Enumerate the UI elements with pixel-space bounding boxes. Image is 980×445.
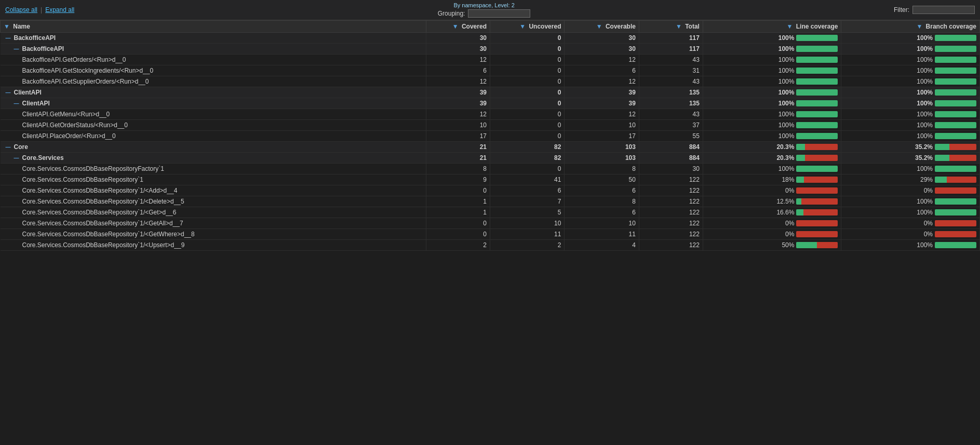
name-cell: Core.Services.CosmosDbBaseRepository`1/<… — [1, 185, 426, 196]
covered-cell: 12 — [426, 55, 490, 65]
col-header-covered[interactable]: ▼ Covered — [426, 21, 490, 33]
total-cell: 122 — [639, 196, 703, 207]
collapse-icon[interactable]: — — [6, 90, 12, 96]
coverable-cell: 30 — [565, 44, 639, 55]
coverage-cell: 0% — [706, 220, 838, 227]
grouping-row: Grouping: — [438, 9, 531, 18]
table-row[interactable]: —BackofficeAPI30030117100%100% — [1, 33, 980, 44]
covered-cell: 39 — [426, 98, 490, 109]
coverable-cell: 12 — [565, 109, 639, 120]
uncovered-cell: 41 — [490, 174, 564, 185]
coverable-cell: 10 — [565, 218, 639, 229]
uncovered-cell: 0 — [490, 120, 564, 131]
coverage-cell: 100% — [844, 45, 976, 52]
table-row[interactable]: ClientAPI.GetOrderStatus/<Run>d__0100103… — [1, 120, 980, 131]
name-cell: BackofficeAPI.GetStockIngredients/<Run>d… — [1, 65, 426, 76]
coverage-bar — [935, 122, 976, 128]
coverable-cell: 17 — [565, 131, 639, 142]
table-row[interactable]: BackofficeAPI.GetOrders/<Run>d__01201243… — [1, 55, 980, 65]
coverable-cell: 50 — [565, 174, 639, 185]
col-header-uncovered[interactable]: ▼ Uncovered — [490, 21, 564, 33]
coverage-bar — [935, 144, 976, 150]
name-cell: Core.Services.CosmosDbBaseRepository`1/<… — [1, 240, 426, 251]
collapse-icon[interactable]: — — [14, 101, 20, 106]
collapse-icon[interactable]: — — [6, 35, 12, 41]
table-row[interactable]: Core.Services.CosmosDbBaseRepository`1/<… — [1, 240, 980, 251]
coverable-cell: 12 — [565, 55, 639, 65]
collapse-all-button[interactable]: Collapse all — [5, 6, 37, 14]
name-cell: —BackofficeAPI — [1, 44, 426, 55]
coverage-bar — [935, 100, 976, 106]
covered-cell: 30 — [426, 33, 490, 44]
col-header-branch-coverage[interactable]: ▼ Branch coverage — [841, 21, 980, 33]
table-row[interactable]: Core.Services.CosmosDbBaseRepository`1/<… — [1, 196, 980, 207]
table-row[interactable]: BackofficeAPI.GetSupplierOrders/<Run>d__… — [1, 76, 980, 87]
coverage-cell: 20.3% — [706, 143, 838, 151]
total-cell: 135 — [639, 87, 703, 98]
coverage-bar — [796, 133, 838, 139]
coverage-cell: 100% — [706, 111, 838, 118]
coverage-cell: 100% — [706, 34, 838, 42]
table-row[interactable]: Core.Services.CosmosDbBaseRepositoryFact… — [1, 164, 980, 174]
coverable-cell: 39 — [565, 87, 639, 98]
col-header-line-coverage[interactable]: ▼ Line coverage — [703, 21, 841, 33]
filter-control: Filter: — [894, 6, 975, 14]
coverable-cell: 39 — [565, 98, 639, 109]
coverable-cell: 6 — [565, 65, 639, 76]
table-row[interactable]: Core.Services.CosmosDbBaseRepository`1/<… — [1, 185, 980, 196]
table-row[interactable]: —Core218210388420.3%35.2% — [1, 142, 980, 153]
table-row[interactable]: Core.Services.CosmosDbBaseRepository`1/<… — [1, 218, 980, 229]
name-cell: —ClientAPI — [1, 87, 426, 98]
coverage-cell: 100% — [706, 67, 838, 74]
sort-arrow-line: ▼ — [786, 23, 793, 30]
col-header-coverable[interactable]: ▼ Coverable — [565, 21, 639, 33]
collapse-icon[interactable]: — — [6, 144, 12, 150]
collapse-icon[interactable]: — — [14, 46, 20, 52]
separator: | — [41, 6, 42, 14]
total-cell: 884 — [639, 142, 703, 153]
toolbar: Collapse all | Expand all By namespace, … — [0, 0, 980, 20]
table-row[interactable]: ClientAPI.PlaceOrder/<Run>d__01701755100… — [1, 131, 980, 142]
coverage-cell: 100% — [844, 122, 976, 129]
name-cell: Core.Services.CosmosDbBaseRepositoryFact… — [1, 164, 426, 174]
coverable-cell: 11 — [565, 229, 639, 240]
coverage-bar — [796, 155, 838, 161]
covered-cell: 21 — [426, 153, 490, 164]
coverage-cell: 35.2% — [844, 154, 976, 161]
uncovered-cell: 0 — [490, 55, 564, 65]
coverable-cell: 30 — [565, 33, 639, 44]
table-row[interactable]: Core.Services.CosmosDbBaseRepository`1/<… — [1, 229, 980, 240]
expand-all-button[interactable]: Expand all — [45, 6, 74, 14]
collapse-icon[interactable]: — — [14, 155, 20, 161]
table-row[interactable]: Core.Services.CosmosDbBaseRepository`1/<… — [1, 207, 980, 218]
coverage-bar — [796, 166, 838, 172]
col-header-name[interactable]: ▼ Name — [1, 21, 426, 33]
coverage-cell: 100% — [844, 89, 976, 96]
sort-arrow-covered: ▼ — [452, 23, 459, 30]
grouping-input[interactable] — [468, 9, 530, 18]
filter-input[interactable] — [912, 6, 975, 14]
coverage-cell: 100% — [706, 89, 838, 96]
filter-label: Filter: — [894, 6, 909, 14]
uncovered-cell: 0 — [490, 44, 564, 55]
coverage-cell: 100% — [844, 56, 976, 63]
coverage-cell: 0% — [844, 187, 976, 194]
table-row[interactable]: —BackofficeAPI30030117100%100% — [1, 44, 980, 55]
coverage-cell: 20.3% — [706, 154, 838, 161]
uncovered-cell: 0 — [490, 109, 564, 120]
coverage-bar — [796, 242, 838, 248]
coverage-cell: 100% — [706, 165, 838, 172]
table-row[interactable]: Core.Services.CosmosDbBaseRepository`194… — [1, 174, 980, 185]
table-row[interactable]: —ClientAPI39039135100%100% — [1, 87, 980, 98]
table-row[interactable]: —ClientAPI39039135100%100% — [1, 98, 980, 109]
total-cell: 30 — [639, 164, 703, 174]
col-header-total[interactable]: ▼ Total — [639, 21, 703, 33]
coverage-cell: 100% — [844, 241, 976, 249]
table-row[interactable]: BackofficeAPI.GetStockIngredients/<Run>d… — [1, 65, 980, 76]
uncovered-cell: 0 — [490, 76, 564, 87]
table-row[interactable]: —Core.Services218210388420.3%35.2% — [1, 153, 980, 164]
table-row[interactable]: ClientAPI.GetMenu/<Run>d__01201243100%10… — [1, 109, 980, 120]
uncovered-cell: 0 — [490, 65, 564, 76]
coverage-bar — [935, 242, 976, 248]
coverage-bar — [796, 122, 838, 128]
